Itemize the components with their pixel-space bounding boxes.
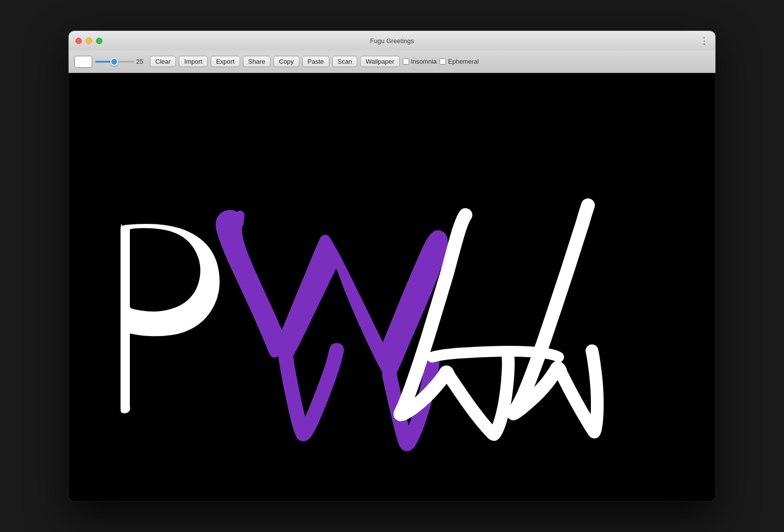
window-title: Fugu Greetings	[370, 37, 414, 45]
app-window: Fugu Greetings ⋮ 25 Clear Import Export …	[69, 31, 715, 501]
traffic-lights	[75, 38, 102, 44]
ephemeral-label[interactable]: Ephemeral	[440, 58, 479, 65]
minimize-button[interactable]	[86, 38, 92, 44]
title-bar: Fugu Greetings ⋮	[69, 31, 715, 50]
drawing-canvas[interactable]	[69, 73, 715, 501]
menu-icon[interactable]: ⋮	[700, 35, 709, 46]
svg-rect-0	[69, 73, 715, 501]
close-button[interactable]	[75, 38, 82, 44]
ephemeral-text: Ephemeral	[448, 58, 479, 65]
size-slider[interactable]	[95, 61, 134, 63]
size-value: 25	[136, 58, 147, 65]
wallpaper-button[interactable]: Wallpaper	[360, 56, 399, 67]
clear-button[interactable]: Clear	[150, 56, 176, 67]
insomnia-checkbox[interactable]	[403, 58, 409, 65]
copy-button[interactable]: Copy	[273, 56, 299, 67]
ephemeral-checkbox[interactable]	[440, 58, 446, 65]
import-button[interactable]: Import	[179, 56, 208, 67]
insomnia-label[interactable]: Insomnia	[403, 58, 437, 65]
export-button[interactable]: Export	[211, 56, 240, 67]
share-button[interactable]: Share	[243, 56, 271, 67]
toolbar: 25 Clear Import Export Share Copy Paste …	[69, 50, 715, 73]
color-swatch[interactable]	[74, 56, 92, 68]
scan-button[interactable]: Scan	[332, 56, 358, 67]
slider-container: 25	[95, 58, 147, 65]
canvas-svg	[69, 73, 715, 501]
paste-button[interactable]: Paste	[302, 56, 329, 67]
insomnia-text: Insomnia	[411, 58, 437, 65]
maximize-button[interactable]	[96, 38, 102, 44]
